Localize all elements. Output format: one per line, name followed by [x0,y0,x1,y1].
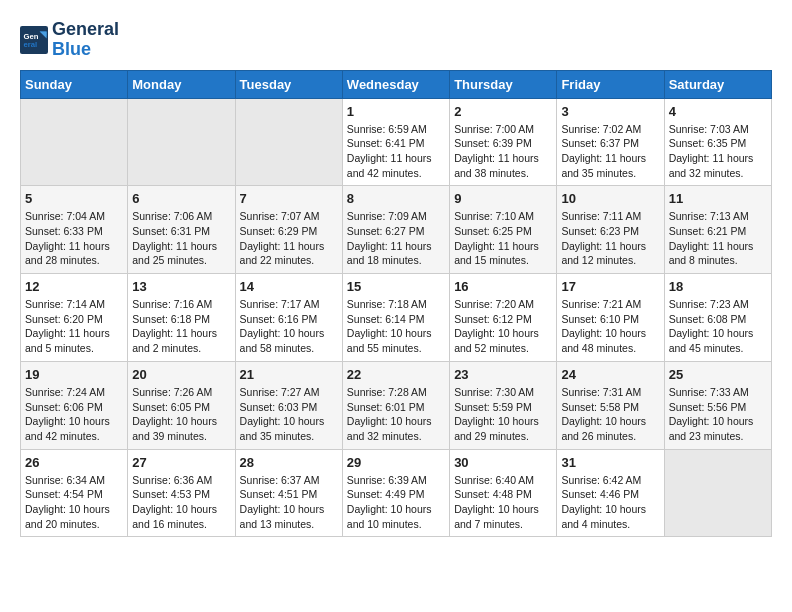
calendar-day-cell: 23Sunrise: 7:30 AM Sunset: 5:59 PM Dayli… [450,361,557,449]
weekday-header: Friday [557,70,664,98]
day-number: 16 [454,279,552,294]
day-number: 22 [347,367,445,382]
day-number: 28 [240,455,338,470]
calendar-day-cell: 30Sunrise: 6:40 AM Sunset: 4:48 PM Dayli… [450,449,557,537]
calendar-day-cell: 7Sunrise: 7:07 AM Sunset: 6:29 PM Daylig… [235,186,342,274]
calendar-week-row: 5Sunrise: 7:04 AM Sunset: 6:33 PM Daylig… [21,186,772,274]
svg-text:eral: eral [24,40,38,49]
day-info: Sunrise: 7:14 AM Sunset: 6:20 PM Dayligh… [25,297,123,356]
day-number: 17 [561,279,659,294]
calendar-day-cell: 21Sunrise: 7:27 AM Sunset: 6:03 PM Dayli… [235,361,342,449]
day-info: Sunrise: 7:18 AM Sunset: 6:14 PM Dayligh… [347,297,445,356]
day-info: Sunrise: 7:04 AM Sunset: 6:33 PM Dayligh… [25,209,123,268]
calendar-table: SundayMondayTuesdayWednesdayThursdayFrid… [20,70,772,538]
day-number: 10 [561,191,659,206]
day-info: Sunrise: 7:30 AM Sunset: 5:59 PM Dayligh… [454,385,552,444]
calendar-day-cell: 22Sunrise: 7:28 AM Sunset: 6:01 PM Dayli… [342,361,449,449]
day-info: Sunrise: 6:39 AM Sunset: 4:49 PM Dayligh… [347,473,445,532]
weekday-header: Sunday [21,70,128,98]
day-info: Sunrise: 6:37 AM Sunset: 4:51 PM Dayligh… [240,473,338,532]
calendar-day-cell: 19Sunrise: 7:24 AM Sunset: 6:06 PM Dayli… [21,361,128,449]
day-number: 13 [132,279,230,294]
calendar-day-cell: 24Sunrise: 7:31 AM Sunset: 5:58 PM Dayli… [557,361,664,449]
day-number: 8 [347,191,445,206]
day-info: Sunrise: 7:16 AM Sunset: 6:18 PM Dayligh… [132,297,230,356]
calendar-week-row: 26Sunrise: 6:34 AM Sunset: 4:54 PM Dayli… [21,449,772,537]
calendar-day-cell: 2Sunrise: 7:00 AM Sunset: 6:39 PM Daylig… [450,98,557,186]
calendar-day-cell [21,98,128,186]
weekday-header: Monday [128,70,235,98]
day-info: Sunrise: 7:20 AM Sunset: 6:12 PM Dayligh… [454,297,552,356]
day-number: 20 [132,367,230,382]
calendar-day-cell: 8Sunrise: 7:09 AM Sunset: 6:27 PM Daylig… [342,186,449,274]
day-number: 30 [454,455,552,470]
weekday-row: SundayMondayTuesdayWednesdayThursdayFrid… [21,70,772,98]
calendar-day-cell: 1Sunrise: 6:59 AM Sunset: 6:41 PM Daylig… [342,98,449,186]
logo-icon: Gen eral [20,26,48,54]
day-number: 6 [132,191,230,206]
day-info: Sunrise: 7:17 AM Sunset: 6:16 PM Dayligh… [240,297,338,356]
logo-text-line2: Blue [52,40,119,60]
day-number: 23 [454,367,552,382]
day-info: Sunrise: 7:13 AM Sunset: 6:21 PM Dayligh… [669,209,767,268]
weekday-header: Tuesday [235,70,342,98]
day-info: Sunrise: 7:24 AM Sunset: 6:06 PM Dayligh… [25,385,123,444]
day-info: Sunrise: 7:23 AM Sunset: 6:08 PM Dayligh… [669,297,767,356]
day-info: Sunrise: 7:11 AM Sunset: 6:23 PM Dayligh… [561,209,659,268]
day-number: 31 [561,455,659,470]
calendar-day-cell [664,449,771,537]
calendar-day-cell: 27Sunrise: 6:36 AM Sunset: 4:53 PM Dayli… [128,449,235,537]
calendar-day-cell: 15Sunrise: 7:18 AM Sunset: 6:14 PM Dayli… [342,274,449,362]
calendar-week-row: 12Sunrise: 7:14 AM Sunset: 6:20 PM Dayli… [21,274,772,362]
day-info: Sunrise: 7:07 AM Sunset: 6:29 PM Dayligh… [240,209,338,268]
calendar-day-cell: 4Sunrise: 7:03 AM Sunset: 6:35 PM Daylig… [664,98,771,186]
calendar-day-cell: 18Sunrise: 7:23 AM Sunset: 6:08 PM Dayli… [664,274,771,362]
day-info: Sunrise: 7:33 AM Sunset: 5:56 PM Dayligh… [669,385,767,444]
calendar-day-cell: 10Sunrise: 7:11 AM Sunset: 6:23 PM Dayli… [557,186,664,274]
day-number: 24 [561,367,659,382]
calendar-day-cell: 16Sunrise: 7:20 AM Sunset: 6:12 PM Dayli… [450,274,557,362]
calendar-day-cell: 9Sunrise: 7:10 AM Sunset: 6:25 PM Daylig… [450,186,557,274]
day-number: 12 [25,279,123,294]
svg-text:Gen: Gen [24,31,39,40]
calendar-day-cell: 29Sunrise: 6:39 AM Sunset: 4:49 PM Dayli… [342,449,449,537]
calendar-week-row: 19Sunrise: 7:24 AM Sunset: 6:06 PM Dayli… [21,361,772,449]
day-number: 15 [347,279,445,294]
logo-text-line1: General [52,20,119,40]
day-number: 7 [240,191,338,206]
calendar-week-row: 1Sunrise: 6:59 AM Sunset: 6:41 PM Daylig… [21,98,772,186]
day-number: 14 [240,279,338,294]
day-number: 5 [25,191,123,206]
calendar-day-cell [128,98,235,186]
day-number: 1 [347,104,445,119]
calendar-day-cell: 12Sunrise: 7:14 AM Sunset: 6:20 PM Dayli… [21,274,128,362]
day-info: Sunrise: 7:03 AM Sunset: 6:35 PM Dayligh… [669,122,767,181]
day-info: Sunrise: 7:26 AM Sunset: 6:05 PM Dayligh… [132,385,230,444]
day-number: 26 [25,455,123,470]
day-info: Sunrise: 6:59 AM Sunset: 6:41 PM Dayligh… [347,122,445,181]
page-header: Gen eral General Blue [20,20,772,60]
calendar-day-cell: 25Sunrise: 7:33 AM Sunset: 5:56 PM Dayli… [664,361,771,449]
day-info: Sunrise: 6:34 AM Sunset: 4:54 PM Dayligh… [25,473,123,532]
calendar-day-cell: 26Sunrise: 6:34 AM Sunset: 4:54 PM Dayli… [21,449,128,537]
weekday-header: Saturday [664,70,771,98]
calendar-day-cell: 13Sunrise: 7:16 AM Sunset: 6:18 PM Dayli… [128,274,235,362]
calendar-day-cell: 31Sunrise: 6:42 AM Sunset: 4:46 PM Dayli… [557,449,664,537]
day-number: 3 [561,104,659,119]
day-info: Sunrise: 7:06 AM Sunset: 6:31 PM Dayligh… [132,209,230,268]
day-info: Sunrise: 7:10 AM Sunset: 6:25 PM Dayligh… [454,209,552,268]
calendar-day-cell: 20Sunrise: 7:26 AM Sunset: 6:05 PM Dayli… [128,361,235,449]
day-number: 25 [669,367,767,382]
calendar-day-cell: 3Sunrise: 7:02 AM Sunset: 6:37 PM Daylig… [557,98,664,186]
calendar-header: SundayMondayTuesdayWednesdayThursdayFrid… [21,70,772,98]
day-info: Sunrise: 7:28 AM Sunset: 6:01 PM Dayligh… [347,385,445,444]
calendar-day-cell: 6Sunrise: 7:06 AM Sunset: 6:31 PM Daylig… [128,186,235,274]
day-info: Sunrise: 6:42 AM Sunset: 4:46 PM Dayligh… [561,473,659,532]
day-number: 29 [347,455,445,470]
logo: Gen eral General Blue [20,20,119,60]
day-info: Sunrise: 7:31 AM Sunset: 5:58 PM Dayligh… [561,385,659,444]
day-info: Sunrise: 7:21 AM Sunset: 6:10 PM Dayligh… [561,297,659,356]
calendar-day-cell: 28Sunrise: 6:37 AM Sunset: 4:51 PM Dayli… [235,449,342,537]
day-info: Sunrise: 7:02 AM Sunset: 6:37 PM Dayligh… [561,122,659,181]
day-number: 4 [669,104,767,119]
